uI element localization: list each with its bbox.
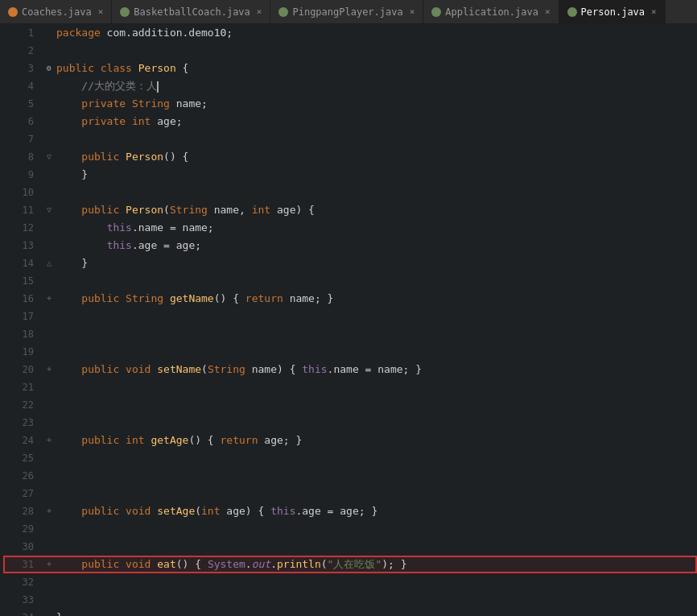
line-12: 12 this.name = name; bbox=[3, 219, 697, 237]
line-10: 10 bbox=[3, 184, 697, 201]
fold-icon-11[interactable]: ▽ bbox=[45, 206, 53, 214]
tab-application[interactable]: Application.java × bbox=[423, 0, 559, 23]
line-23: 23 bbox=[3, 414, 697, 432]
line-29: 29 bbox=[3, 520, 697, 538]
line-22: 22 bbox=[3, 396, 697, 414]
line-16: 16 + public String getName() { return na… bbox=[3, 290, 697, 308]
close-person[interactable]: × bbox=[651, 6, 657, 17]
tab-coaches[interactable]: Coaches.java × bbox=[0, 0, 112, 23]
tab-label-person: Person.java bbox=[581, 6, 645, 18]
code-content: 1 package com.addition.demo10; 2 3 ⚙ pub… bbox=[0, 24, 697, 616]
fold-icon-16[interactable]: + bbox=[45, 295, 53, 303]
line-17: 17 bbox=[3, 308, 697, 325]
line-1: 1 package com.addition.demo10; bbox=[3, 24, 697, 42]
line-14: 14 △ } bbox=[3, 254, 697, 272]
line-18: 18 bbox=[3, 325, 697, 343]
tab-bar: Coaches.java × BasketballCoach.java × Pi… bbox=[0, 0, 697, 24]
line-6: 6 private int age; bbox=[3, 113, 697, 130]
line-33: 33 bbox=[3, 591, 697, 609]
close-application[interactable]: × bbox=[545, 6, 551, 17]
tab-basketball[interactable]: BasketballCoach.java × bbox=[112, 0, 270, 23]
line-27: 27 bbox=[3, 485, 697, 502]
tab-label-application: Application.java bbox=[445, 6, 538, 18]
line-25: 25 bbox=[3, 449, 697, 467]
code-editor[interactable]: 1 package com.addition.demo10; 2 3 ⚙ pub… bbox=[0, 24, 697, 616]
fold-icon-8[interactable]: ▽ bbox=[45, 153, 53, 161]
tab-label-coaches: Coaches.java bbox=[22, 6, 92, 18]
line-19: 19 bbox=[3, 343, 697, 361]
line-15: 15 bbox=[3, 272, 697, 290]
line-3: 3 ⚙ public class Person { bbox=[3, 60, 697, 77]
line-13: 13 this.age = age; bbox=[3, 237, 697, 254]
fold-icon-31[interactable]: + bbox=[45, 560, 53, 568]
line-9: 9 } bbox=[3, 166, 697, 184]
line-34: 34 } bbox=[3, 609, 697, 616]
fold-icon-20[interactable]: + bbox=[45, 366, 53, 374]
line-24: 24 + public int getAge() { return age; } bbox=[3, 432, 697, 449]
tab-label-pingpang: PingpangPlayer.java bbox=[292, 6, 402, 18]
line-28: 28 + public void setAge(int age) { this.… bbox=[3, 502, 697, 520]
close-coaches[interactable]: × bbox=[98, 6, 104, 17]
line-20: 20 + public void setName(String name) { … bbox=[3, 361, 697, 378]
tab-icon-coaches bbox=[8, 7, 18, 17]
tab-icon-person bbox=[567, 7, 577, 17]
line-26: 26 bbox=[3, 467, 697, 485]
line-2: 2 bbox=[3, 42, 697, 60]
close-pingpang[interactable]: × bbox=[410, 6, 415, 17]
line-8: 8 ▽ public Person() { bbox=[3, 148, 697, 166]
line-11: 11 ▽ public Person(String name, int age)… bbox=[3, 201, 697, 219]
tab-label-basketball: BasketballCoach.java bbox=[134, 6, 250, 18]
tab-icon-pingpang bbox=[278, 7, 288, 17]
line-30: 30 bbox=[3, 538, 697, 556]
line-7: 7 bbox=[3, 130, 697, 148]
line-32: 32 bbox=[3, 573, 697, 591]
fold-icon-24[interactable]: + bbox=[45, 436, 53, 444]
line-5: 5 private String name; bbox=[3, 95, 697, 113]
line-21: 21 bbox=[3, 378, 697, 396]
fold-icon-14[interactable]: △ bbox=[45, 259, 53, 267]
close-basketball[interactable]: × bbox=[257, 6, 262, 17]
fold-icon-3[interactable]: ⚙ bbox=[45, 64, 53, 72]
tab-pingpang[interactable]: PingpangPlayer.java × bbox=[270, 0, 423, 23]
line-31: 31 + public void eat() { System.out.prin… bbox=[3, 556, 697, 573]
tab-icon-application bbox=[431, 7, 441, 17]
fold-icon-28[interactable]: + bbox=[45, 507, 53, 515]
line-4: 4 //大的父类：人 bbox=[3, 77, 697, 95]
tab-person[interactable]: Person.java × bbox=[559, 0, 666, 23]
tab-icon-basketball bbox=[120, 7, 130, 17]
